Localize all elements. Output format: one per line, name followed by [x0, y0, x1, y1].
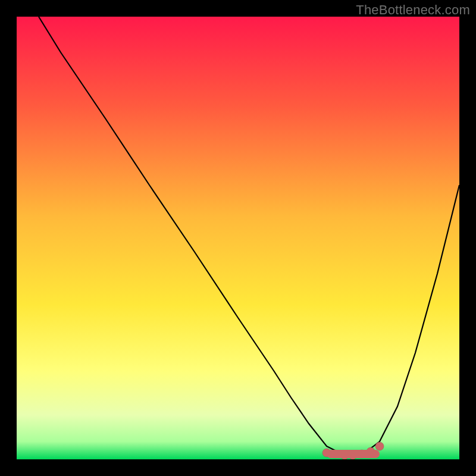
svg-point-6 [375, 442, 384, 450]
svg-rect-7 [327, 450, 380, 458]
chart-svg [17, 17, 459, 459]
gradient-background [17, 17, 459, 459]
watermark-label: TheBottleneck.com [356, 2, 470, 18]
plot-area [17, 17, 459, 459]
chart-container: TheBottleneck.com [0, 0, 476, 476]
